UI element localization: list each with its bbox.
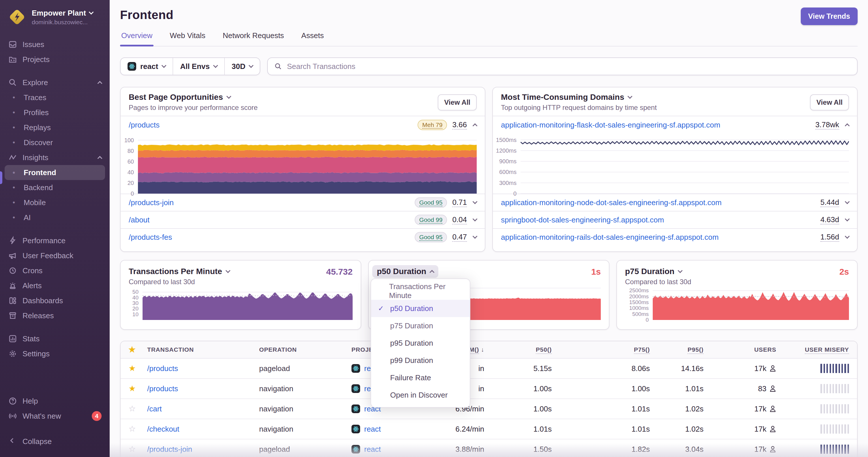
sidebar-item-insights[interactable]: Insights [0, 150, 110, 165]
tab-overview[interactable]: Overview [120, 31, 154, 46]
page-link[interactable]: /products-fes [129, 233, 172, 242]
page-row: /about Good 99 0.04 [121, 211, 485, 228]
column-header-user-misery[interactable]: USER MISERY [776, 346, 849, 353]
org-switcher[interactable]: Empower Plant dominik.buszowiec... [0, 0, 110, 32]
page-filter-group: react All Envs 30D [120, 57, 260, 75]
star-toggle[interactable]: ☆ [121, 425, 144, 433]
search-transactions [267, 57, 858, 75]
gear-icon [8, 349, 17, 358]
date-range-filter[interactable]: 30D [224, 58, 260, 75]
column-header-users[interactable]: USERS [704, 346, 776, 353]
page-link[interactable]: /products [129, 121, 160, 130]
chevron-up-icon [430, 270, 435, 275]
transactions-table: ★ TRANSACTION OPERATION PROJECT TPM() ↓ … [120, 341, 858, 457]
bullet-icon: • [9, 198, 19, 206]
view-trends-button[interactable]: View Trends [801, 7, 858, 25]
page-link[interactable]: /about [129, 216, 150, 225]
react-project-icon [128, 62, 136, 71]
tpm-metric-dropdown[interactable]: Transactions Per Minute [129, 267, 230, 276]
transaction-link[interactable]: /checkout [144, 425, 259, 434]
best-pages-title-dropdown[interactable]: Best Page Opportunities [129, 93, 258, 102]
tab-web-vitals[interactable]: Web Vitals [168, 31, 206, 46]
sidebar-item-projects[interactable]: Projects [0, 52, 110, 67]
expand-row-button[interactable] [844, 219, 850, 221]
bar-chart-icon [8, 334, 17, 343]
sidebar-item-whats-new[interactable]: What's new 4 [0, 409, 110, 424]
sidebar-item-profiles[interactable]: •Profiles [0, 105, 110, 120]
project-link[interactable]: react [364, 425, 381, 434]
column-header-p95[interactable]: P95() [650, 346, 704, 353]
sidebar-collapse-button[interactable]: Collapse [0, 434, 110, 449]
tpm-chart: 5040302010 [129, 288, 352, 320]
menu-item-failure-rate[interactable]: Failure Rate [371, 369, 470, 386]
best-pages-view-all-button[interactable]: View All [438, 94, 477, 110]
domain-link[interactable]: application-monitoring-rails-dot-sales-e… [501, 233, 718, 242]
menu-item-p50[interactable]: ✓p50 Duration [371, 300, 470, 317]
sidebar-item-help[interactable]: Help [0, 394, 110, 409]
menu-item-open-in-discover[interactable]: Open in Discover [371, 386, 470, 404]
domains-title-dropdown[interactable]: Most Time-Consuming Domains [501, 93, 657, 102]
tab-network-requests[interactable]: Network Requests [222, 31, 285, 46]
column-header-p50[interactable]: P50() [484, 346, 552, 353]
expand-row-button[interactable] [472, 202, 478, 203]
column-header-p75[interactable]: P75() [552, 346, 650, 353]
chevron-down-icon [89, 10, 93, 15]
collapse-row-button[interactable] [844, 122, 850, 128]
sidebar-item-dashboards[interactable]: Dashboards [0, 293, 110, 308]
domains-view-all-button[interactable]: View All [810, 94, 849, 110]
sidebar-item-mobile[interactable]: •Mobile [0, 195, 110, 210]
folder-icon [8, 55, 17, 64]
star-toggle[interactable]: ☆ [121, 405, 144, 413]
menu-item-p99[interactable]: p99 Duration [371, 352, 470, 369]
sidebar-item-alerts[interactable]: Alerts [0, 278, 110, 293]
star-toggle[interactable]: ★ [121, 364, 144, 372]
sidebar-item-crons[interactable]: Crons [0, 263, 110, 278]
page-content: react All Envs 30D Best Page Opportuniti… [110, 57, 868, 457]
sidebar-item-issues[interactable]: Issues [0, 37, 110, 52]
tab-assets[interactable]: Assets [300, 31, 325, 46]
p75-duration-panel: p75 Duration Compared to last 30d 2s 250… [616, 260, 858, 330]
expand-row-button[interactable] [472, 219, 478, 221]
environment-filter[interactable]: All Envs [173, 58, 224, 75]
star-toggle[interactable]: ★ [121, 385, 144, 393]
table-row: ☆ /products-join pageload react 3.88/min… [121, 439, 857, 457]
star-toggle[interactable]: ☆ [121, 445, 144, 453]
search-input[interactable] [287, 62, 851, 71]
expand-row-button[interactable] [472, 236, 478, 238]
sidebar-item-user-feedback[interactable]: User Feedback [0, 248, 110, 263]
org-subtitle: dominik.buszowiec... [32, 19, 93, 26]
transaction-link[interactable]: /products [144, 384, 259, 393]
domain-link[interactable]: springboot-dot-sales-engineering-sf.apps… [501, 216, 664, 225]
expand-row-button[interactable] [844, 236, 850, 238]
page-link[interactable]: /products-join [129, 198, 174, 207]
transaction-link[interactable]: /products-join [144, 445, 259, 454]
sidebar-item-frontend[interactable]: •Frontend [5, 165, 105, 180]
menu-item-p75[interactable]: p75 Duration [371, 317, 470, 334]
check-icon: ✓ [378, 304, 390, 313]
transaction-link[interactable]: /products [144, 364, 259, 373]
p50-metric-dropdown[interactable]: p50 Duration [372, 265, 438, 278]
collapse-row-button[interactable] [472, 122, 478, 128]
expand-row-button[interactable] [844, 202, 850, 203]
sidebar-item-traces[interactable]: •Traces [0, 90, 110, 105]
sidebar-item-settings[interactable]: Settings [0, 346, 110, 361]
p75-metric-dropdown[interactable]: p75 Duration [625, 267, 691, 276]
sidebar-item-discover[interactable]: •Discover [0, 135, 110, 150]
bullet-icon: • [9, 124, 19, 132]
menu-item-p95[interactable]: p95 Duration [371, 334, 470, 352]
chevron-down-icon [678, 268, 683, 273]
sidebar-item-ai[interactable]: •AI [0, 210, 110, 225]
sidebar-item-performance[interactable]: Performance [0, 233, 110, 248]
domain-link[interactable]: application-monitoring-flask-dot-sales-e… [501, 121, 720, 130]
sidebar-item-backend[interactable]: •Backend [0, 180, 110, 195]
project-filter[interactable]: react [121, 58, 173, 75]
project-link[interactable]: react [364, 445, 381, 454]
transaction-link[interactable]: /cart [144, 404, 259, 414]
sidebar: Empower Plant dominik.buszowiec... Issue… [0, 0, 110, 457]
sidebar-item-releases[interactable]: Releases [0, 308, 110, 323]
sidebar-item-replays[interactable]: •Replays [0, 120, 110, 135]
menu-item-tpm[interactable]: Transactions Per Minute [371, 283, 470, 300]
sidebar-item-stats[interactable]: Stats [0, 331, 110, 346]
domain-link[interactable]: application-monitoring-node-dot-sales-en… [501, 198, 722, 207]
sidebar-item-explore[interactable]: Explore [0, 75, 110, 90]
